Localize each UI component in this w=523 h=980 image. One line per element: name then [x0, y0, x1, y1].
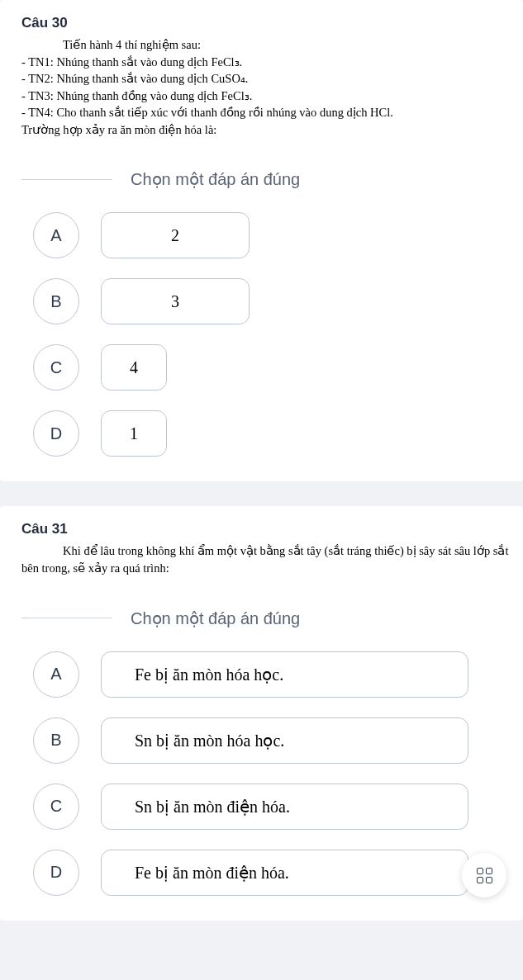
options-list: A 2 B 3 C 4 D 1: [21, 212, 515, 457]
question-body: Khi để lâu trong không khí ẩm một vật bằ…: [21, 542, 515, 576]
option-d[interactable]: D Fe bị ăn mòn điện hóa.: [33, 850, 515, 896]
option-value: 4: [101, 344, 167, 391]
body-line: - TN2: Nhúng thanh sắt vào dung dịch CuS…: [21, 70, 515, 88]
options-list: A Fe bị ăn mòn hóa học. B Sn bị ăn mòn h…: [21, 651, 515, 896]
choose-one-prompt: Chọn một đáp án đúng: [21, 169, 515, 189]
intro-line: Tiến hành 4 thí nghiệm sau:: [21, 36, 515, 54]
body-ask: Trường hợp xảy ra ăn mòn điện hóa là:: [21, 121, 515, 139]
option-d[interactable]: D 1: [33, 410, 515, 457]
option-value: Fe bị ăn mòn điện hóa.: [101, 850, 468, 896]
option-c[interactable]: C Sn bị ăn mòn điện hóa.: [33, 784, 515, 830]
option-letter: B: [33, 278, 79, 324]
option-letter: B: [33, 717, 79, 764]
question-30-card: Câu 30 Tiến hành 4 thí nghiệm sau: - TN1…: [0, 0, 523, 481]
body-line: - TN3: Nhúng thanh đồng vào dung dịch Fe…: [21, 88, 515, 105]
grid-icon: [477, 868, 492, 883]
option-letter: D: [33, 850, 79, 896]
question-title: Câu 31: [21, 521, 515, 537]
option-a[interactable]: A Fe bị ăn mòn hóa học.: [33, 651, 515, 698]
option-value: 3: [101, 278, 250, 324]
option-letter: D: [33, 410, 79, 457]
body-line: - TN4: Cho thanh sắt tiếp xúc với thanh …: [21, 104, 515, 121]
question-title: Câu 30: [21, 15, 515, 31]
body-line: - TN1: Nhúng thanh sắt vào dung dịch FeC…: [21, 54, 515, 71]
option-letter: C: [33, 784, 79, 830]
option-letter: C: [33, 344, 79, 391]
option-value: Sn bị ăn mòn hóa học.: [101, 717, 468, 764]
option-value: Sn bị ăn mòn điện hóa.: [101, 784, 468, 830]
choose-one-prompt: Chọn một đáp án đúng: [21, 608, 515, 628]
option-b[interactable]: B 3: [33, 278, 515, 324]
option-c[interactable]: C 4: [33, 344, 515, 391]
question-body: Tiến hành 4 thí nghiệm sau: - TN1: Nhúng…: [21, 36, 515, 138]
question-31-card: Câu 31 Khi để lâu trong không khí ẩm một…: [0, 506, 523, 920]
option-b[interactable]: B Sn bị ăn mòn hóa học.: [33, 717, 515, 764]
grid-menu-button[interactable]: [462, 853, 506, 897]
option-value: 2: [101, 212, 250, 258]
option-letter: A: [33, 212, 79, 258]
option-letter: A: [33, 651, 79, 698]
option-value: Fe bị ăn mòn hóa học.: [101, 651, 468, 698]
option-value: 1: [101, 410, 167, 457]
option-a[interactable]: A 2: [33, 212, 515, 258]
